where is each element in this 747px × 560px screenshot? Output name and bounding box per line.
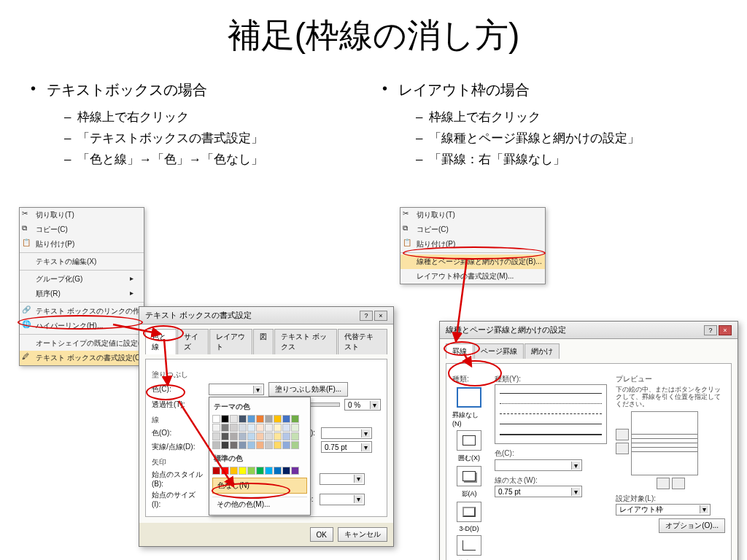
menu-group[interactable]: グループ化(G)▸ xyxy=(20,272,144,287)
swatch[interactable] xyxy=(230,415,238,423)
setting-3d[interactable] xyxy=(457,502,481,522)
style-list[interactable] xyxy=(495,384,607,444)
preview-right-button[interactable] xyxy=(672,478,685,489)
menu-cut[interactable]: ✂切り取り(T) xyxy=(20,208,144,222)
menu-copy[interactable]: ⧉コピー(C) xyxy=(400,222,545,237)
swatch[interactable] xyxy=(282,424,290,432)
tab-borders[interactable]: 罫線 xyxy=(446,343,473,359)
swatch[interactable] xyxy=(247,441,255,449)
swatch[interactable] xyxy=(282,432,290,440)
menu-link-textbox[interactable]: 🔗テキスト ボックスのリンクの作成(R) xyxy=(20,304,144,319)
swatch[interactable] xyxy=(221,441,229,449)
preview-top-button[interactable] xyxy=(616,429,629,440)
swatch[interactable] xyxy=(291,415,299,423)
tab-page-border[interactable]: ページ罫線 xyxy=(474,343,524,359)
setting-shadow[interactable] xyxy=(457,466,481,486)
tab-picture[interactable]: 図 xyxy=(253,329,274,354)
menu-autoshape-default[interactable]: オートシェイプの既定値に設定(D) xyxy=(20,336,144,351)
menu-format-textbox[interactable]: 🖉テキスト ボックスの書式設定(O)... xyxy=(20,351,144,365)
dialog-close-button[interactable]: × xyxy=(374,311,387,321)
swatch[interactable] xyxy=(256,432,264,440)
swatch[interactable] xyxy=(230,424,238,432)
dialog-close-button[interactable]: × xyxy=(719,325,732,335)
border-width-combo[interactable]: 0.75 pt▾ xyxy=(495,486,582,497)
swatch[interactable] xyxy=(274,424,282,432)
swatch[interactable] xyxy=(247,415,255,423)
swatch[interactable] xyxy=(291,424,299,432)
dialog-help-button[interactable]: ? xyxy=(360,311,373,321)
setting-custom[interactable] xyxy=(457,535,481,556)
tab-alttext[interactable]: 代替テキスト xyxy=(338,329,387,354)
tab-layout[interactable]: レイアウト xyxy=(209,329,252,354)
tab-shading[interactable]: 網かけ xyxy=(525,343,560,359)
swatch[interactable] xyxy=(282,441,290,449)
ok-button[interactable]: OK xyxy=(310,527,333,542)
preview-left-button[interactable] xyxy=(657,478,670,489)
other-color-item[interactable]: その他の色(M)... xyxy=(212,497,307,512)
swatch[interactable] xyxy=(212,415,220,423)
menu-order[interactable]: 順序(R)▸ xyxy=(20,287,144,303)
swatch[interactable] xyxy=(282,467,290,475)
swatch[interactable] xyxy=(274,467,282,475)
setting-box[interactable] xyxy=(457,430,481,451)
menu-paste[interactable]: 📋貼り付け(P) xyxy=(400,237,545,253)
swatch[interactable] xyxy=(274,441,282,449)
swatch[interactable] xyxy=(265,467,273,475)
fill-color-combo[interactable]: ▾ xyxy=(209,384,264,395)
swatch[interactable] xyxy=(265,432,273,440)
transparency-value[interactable]: 0 %▾ xyxy=(344,399,381,411)
swatch[interactable] xyxy=(247,432,255,440)
end-style-combo[interactable]: ▾ xyxy=(320,473,365,485)
swatch[interactable] xyxy=(221,467,229,475)
swatch[interactable] xyxy=(239,467,247,475)
swatch[interactable] xyxy=(221,424,229,432)
swatch[interactable] xyxy=(265,441,273,449)
swatch[interactable] xyxy=(274,432,282,440)
swatch[interactable] xyxy=(256,415,264,423)
swatch[interactable] xyxy=(212,467,220,475)
menu-format-layoutframe[interactable]: レイアウト枠の書式設定(M)... xyxy=(400,269,545,284)
swatch[interactable] xyxy=(265,424,273,432)
options-button[interactable]: オプション(O)... xyxy=(659,518,725,533)
swatch[interactable] xyxy=(256,441,264,449)
swatch[interactable] xyxy=(247,424,255,432)
swatch[interactable] xyxy=(291,467,299,475)
dialog-help-button[interactable]: ? xyxy=(704,325,717,335)
swatch[interactable] xyxy=(212,441,220,449)
menu-edit-text[interactable]: テキストの編集(X) xyxy=(20,254,144,271)
swatch[interactable] xyxy=(256,424,264,432)
preview-bottom-button[interactable] xyxy=(616,443,629,454)
menu-borders-shading[interactable]: 線種とページ罫線と網かけの設定(B)... xyxy=(400,254,545,269)
swatch[interactable] xyxy=(230,441,238,449)
swatch[interactable] xyxy=(230,467,238,475)
swatch[interactable] xyxy=(212,432,220,440)
menu-cut[interactable]: ✂切り取り(T) xyxy=(400,208,545,222)
swatch[interactable] xyxy=(265,415,273,423)
line-style-combo[interactable]: ▾ xyxy=(321,427,372,439)
menu-paste[interactable]: 📋貼り付け(P) xyxy=(20,237,144,253)
menu-hyperlink[interactable]: 🌐ハイパーリンク(H)... xyxy=(20,319,144,335)
setting-none[interactable] xyxy=(457,387,481,408)
tab-colors-lines[interactable]: 色と線 xyxy=(145,329,177,354)
fill-effects-button[interactable]: 塗りつぶし効果(F)... xyxy=(268,382,348,397)
swatch[interactable] xyxy=(221,415,229,423)
swatch[interactable] xyxy=(212,424,220,432)
weight-combo[interactable]: 0.75 pt▾ xyxy=(321,441,372,453)
swatch[interactable] xyxy=(282,415,290,423)
cancel-button[interactable]: キャンセル xyxy=(338,527,387,542)
tab-size[interactable]: サイズ xyxy=(177,329,209,354)
apply-to-combo[interactable]: レイアウト枠▾ xyxy=(616,504,711,516)
swatch[interactable] xyxy=(256,467,264,475)
no-color-item[interactable]: 色なし(N) xyxy=(212,478,307,494)
swatch[interactable] xyxy=(291,432,299,440)
tab-textbox[interactable]: テキスト ボックス xyxy=(274,329,337,354)
swatch[interactable] xyxy=(239,441,247,449)
border-color-combo[interactable]: ▾ xyxy=(495,459,582,471)
swatch[interactable] xyxy=(221,432,229,440)
menu-copy[interactable]: ⧉コピー(C) xyxy=(20,222,144,237)
end-size-combo[interactable]: ▾ xyxy=(320,494,365,505)
swatch[interactable] xyxy=(239,424,247,432)
swatch[interactable] xyxy=(239,415,247,423)
swatch[interactable] xyxy=(230,432,238,440)
swatch[interactable] xyxy=(291,441,299,449)
